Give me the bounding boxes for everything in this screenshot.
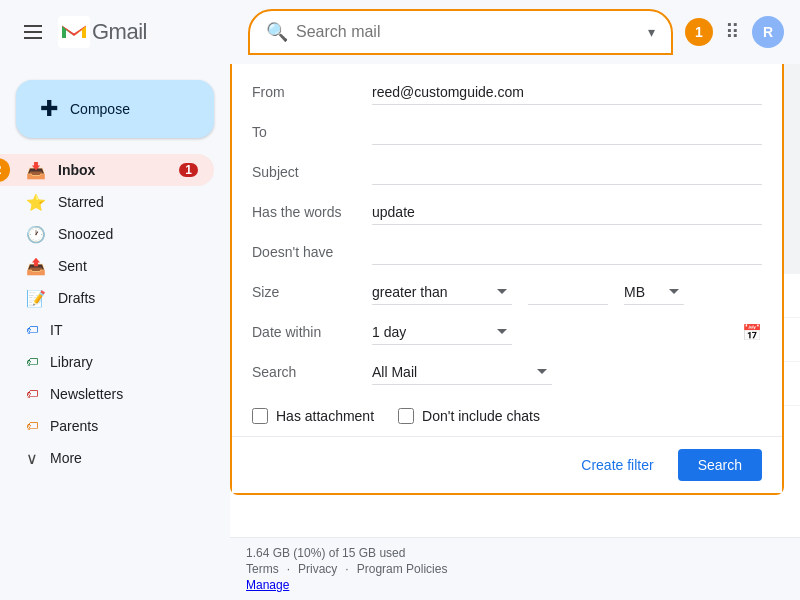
date-label: Date within [252,324,372,340]
calendar-icon[interactable]: 📅 [742,323,762,342]
has-attachment-label-text: Has attachment [276,408,374,424]
newsletters-tag-icon: 🏷 [26,387,38,401]
search-in-row: Search All Mail Inbox Starred Sent Draft… [232,352,782,392]
search-bar[interactable]: 🔍 ▾ [248,9,673,55]
subject-input[interactable] [372,160,762,185]
doesnt-have-input[interactable] [372,240,762,265]
search-form: From To Subject [232,64,782,400]
content-area: From To Subject [230,64,800,600]
gmail-m-icon [58,16,90,48]
no-chats-checkbox-label[interactable]: Don't include chats [398,408,540,424]
size-field: greater than less than MB KB GB [372,280,762,305]
from-label: From [252,84,372,100]
sidebar-item-snoozed[interactable]: 🕐 Snoozed [0,218,214,250]
sidebar-item-library[interactable]: 🏷 Library [0,346,214,378]
to-label: To [252,124,372,140]
size-row: Size greater than less than MB KB GB [232,272,782,312]
sidebar-item-sent-label: Sent [58,258,198,274]
sent-icon: 📤 [26,257,46,276]
has-words-row: Has the words [232,192,782,232]
compose-plus-icon: ✚ [40,96,58,122]
sidebar-item-newsletters-label: Newsletters [50,386,198,402]
drafts-icon: 📝 [26,289,46,308]
no-chats-label-text: Don't include chats [422,408,540,424]
search-icon: 🔍 [266,21,288,43]
from-row: From [232,72,782,112]
has-attachment-checkbox-label[interactable]: Has attachment [252,408,374,424]
action-row: Create filter Search [232,436,782,493]
sidebar-item-sent[interactable]: 📤 Sent [0,250,214,282]
step1-badge: 1 [685,18,713,46]
from-field[interactable] [372,80,762,105]
sidebar-item-starred-label: Starred [58,194,198,210]
has-attachment-checkbox[interactable] [252,408,268,424]
search-input[interactable] [296,23,640,41]
sidebar: ✚ Compose 2 📥 Inbox 1 ⭐ Starred 🕐 Snooze… [0,64,230,600]
doesnt-have-field[interactable] [372,240,762,265]
google-apps-icon[interactable]: ⠿ [721,16,744,48]
checkbox-row: Has attachment Don't include chats [232,400,782,436]
from-input[interactable] [372,80,762,105]
to-input[interactable] [372,120,762,145]
date-select[interactable]: 1 day 3 days 1 week 2 weeks 1 month [372,320,512,345]
subject-field[interactable] [372,160,762,185]
manage-link[interactable]: Manage [246,578,784,592]
search-panel: From To Subject [230,64,784,495]
to-row: To [232,112,782,152]
inbox-badge: 1 [179,163,198,177]
terms-link[interactable]: Terms [246,562,279,576]
size-unit-select[interactable]: MB KB GB [624,280,684,305]
size-comparator-select[interactable]: greater than less than [372,280,512,305]
subject-row: Subject [232,152,782,192]
sidebar-item-drafts-label: Drafts [58,290,198,306]
footer-separator: · [287,562,290,576]
sidebar-item-parents-label: Parents [50,418,198,434]
subject-label: Subject [252,164,372,180]
library-tag-icon: 🏷 [26,355,38,369]
more-chevron-icon: ∨ [26,449,38,468]
sidebar-item-inbox[interactable]: 2 📥 Inbox 1 [0,154,214,186]
doesnt-have-row: Doesn't have [232,232,782,272]
menu-button[interactable] [16,17,50,47]
gmail-logo: Gmail [58,16,147,48]
topbar-left: Gmail [16,16,236,48]
search-in-select[interactable]: All Mail Inbox Starred Sent Drafts [372,360,552,385]
step2-badge: 2 [0,158,10,182]
sidebar-item-library-label: Library [50,354,198,370]
search-button[interactable]: Search [678,449,762,481]
sidebar-item-inbox-label: Inbox [58,162,167,178]
sidebar-item-it[interactable]: 🏷 IT [0,314,214,346]
footer: 1.64 GB (10%) of 15 GB used Terms · Priv… [230,537,800,600]
no-chats-checkbox[interactable] [398,408,414,424]
size-label: Size [252,284,372,300]
sidebar-item-starred[interactable]: ⭐ Starred [0,186,214,218]
sidebar-item-drafts[interactable]: 📝 Drafts [0,282,214,314]
compose-label: Compose [70,101,130,117]
storage-info: 1.64 GB (10%) of 15 GB used [246,546,784,560]
inbox-icon: 📥 [26,161,46,180]
search-in-label: Search [252,364,372,380]
sidebar-item-parents[interactable]: 🏷 Parents [0,410,214,442]
has-words-input[interactable] [372,200,762,225]
to-field[interactable] [372,120,762,145]
it-tag-icon: 🏷 [26,323,38,337]
date-field: 1 day 3 days 1 week 2 weeks 1 month 📅 [372,320,762,345]
has-words-field[interactable] [372,200,762,225]
sidebar-item-it-label: IT [50,322,198,338]
topbar-right: 1 ⠿ R [685,16,784,48]
sidebar-item-newsletters[interactable]: 🏷 Newsletters [0,378,214,410]
snoozed-icon: 🕐 [26,225,46,244]
search-in-field[interactable]: All Mail Inbox Starred Sent Drafts [372,360,762,385]
date-row: Date within 1 day 3 days 1 week 2 weeks … [232,312,782,352]
footer-links: Terms · Privacy · Program Policies [246,562,784,576]
sidebar-item-more-label: More [50,450,198,466]
avatar[interactable]: R [752,16,784,48]
search-dropdown-arrow[interactable]: ▾ [648,24,655,40]
size-value-input[interactable] [528,280,608,305]
footer-separator: · [345,562,348,576]
privacy-link[interactable]: Privacy [298,562,337,576]
compose-button[interactable]: ✚ Compose [16,80,214,138]
policies-link[interactable]: Program Policies [357,562,448,576]
sidebar-item-more[interactable]: ∨ More [0,442,214,474]
create-filter-button[interactable]: Create filter [569,449,665,481]
